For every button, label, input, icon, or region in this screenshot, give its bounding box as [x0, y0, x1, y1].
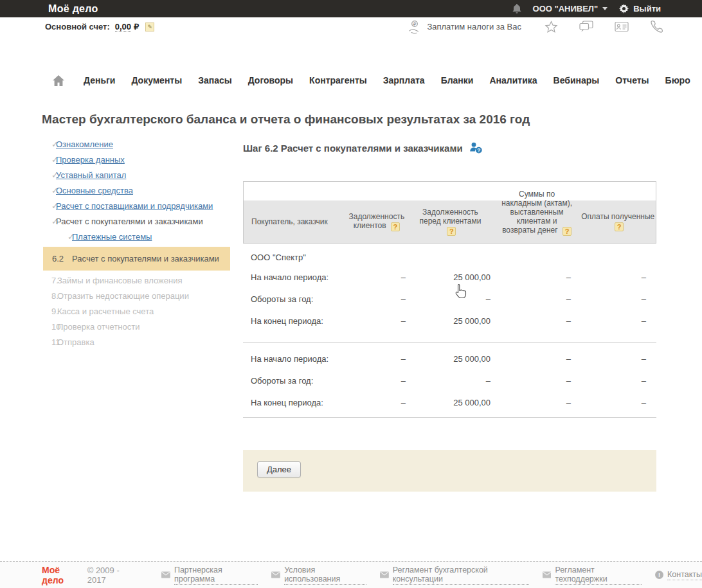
footer-links: Партнерская программа Условия использова… — [161, 566, 702, 585]
home-icon[interactable] — [53, 75, 64, 86]
step-customers: ✓ Расчет с покупателями и заказчиками — [42, 214, 230, 229]
chevron-down-icon — [602, 7, 608, 10]
pay-taxes-link[interactable]: ₽ Заплатим налоги за Вас — [408, 20, 521, 34]
logout-button[interactable]: Выйти — [619, 4, 661, 13]
main-navigation: Деньги Документы Запасы Договоры Контраг… — [0, 71, 702, 89]
support-policy-link[interactable]: Регламент техподдержки — [543, 566, 642, 585]
step-suppliers-link[interactable]: Расчет с поставщиками и подрядчиками — [56, 199, 213, 214]
help-icon[interactable]: ? — [562, 227, 572, 236]
cell-debt-to-clients: 25 000,00 — [407, 354, 494, 364]
cell-invoice-sums: – — [494, 398, 580, 407]
col-invoice-sums: Суммы по накладным (актам), выставленным… — [494, 182, 580, 243]
content: ✓ Ознакомление ✓ Проверка данных ✓ Устав… — [0, 137, 702, 492]
step-fixed-assets: ✓ Основные средства — [42, 183, 230, 199]
chat-icon[interactable] — [579, 21, 593, 33]
svg-text:?: ? — [477, 147, 480, 154]
app-logo: Моё дело — [48, 3, 98, 15]
step-payment-systems-link[interactable]: Платежные системы — [72, 229, 152, 245]
step-number: 6.2 — [52, 251, 64, 266]
cell-payments: – — [580, 272, 656, 282]
cell-payments: – — [580, 354, 656, 364]
nav-analytics[interactable]: Аналитика — [489, 75, 537, 85]
copyright: © 2009 - 2017 — [87, 566, 137, 585]
step-current-label: Расчет с покупателями и заказчиками — [72, 254, 219, 263]
step-number: 9. — [42, 304, 57, 319]
cell-client-debt: – — [346, 294, 407, 304]
step-missing-ops: 8. Отразить недостающие операции — [42, 289, 230, 304]
notifications-bell-icon[interactable] — [512, 4, 521, 14]
help-icon[interactable]: ? — [615, 222, 624, 231]
nav-salary[interactable]: Зарплата — [383, 75, 425, 85]
step-cash-label: Касса и расчетные счета — [57, 304, 154, 319]
nav-money[interactable]: Деньги — [84, 75, 115, 85]
accounting-consult-link[interactable]: Регламент бухгалтерской консультации — [380, 566, 529, 585]
edit-balance-icon[interactable]: ✎ — [145, 22, 154, 31]
help-icon[interactable]: ? — [391, 222, 400, 231]
table-row: На конец периода: – 25 000,00 – – — [243, 391, 656, 413]
nav-bureau[interactable]: Бюро — [665, 75, 690, 85]
cell-payments: – — [580, 376, 656, 386]
cell-payments: – — [580, 398, 656, 407]
next-button[interactable]: Далее — [257, 461, 301, 477]
table-row: На начало периода: – 25 000,00 – – — [243, 266, 656, 288]
partner-program-link[interactable]: Партнерская программа — [161, 566, 258, 585]
svg-text:₽: ₽ — [413, 22, 417, 26]
footer-logo: Моё дело — [42, 565, 82, 585]
step-data-check: ✓ Проверка данных — [42, 152, 230, 168]
step-customers-label: Расчет с покупателями и заказчиками — [56, 214, 203, 229]
support-policy-label: Регламент техподдержки — [555, 566, 642, 585]
step-intro-link[interactable]: Ознакомление — [56, 137, 113, 152]
cell-invoice-sums: – — [494, 316, 580, 326]
step-title: Шаг 6.2 Расчет с покупателями и заказчик… — [243, 143, 463, 154]
customers-table: Покупатель, заказчик Задолженность клиен… — [243, 181, 656, 418]
nav-contracts[interactable]: Договоры — [248, 75, 293, 85]
company-name-row: ООО "Спектр" — [243, 244, 656, 266]
col-client-debt: Задолженность клиентов ? — [346, 182, 407, 243]
check-icon: ✓ — [42, 214, 56, 229]
step-number: 11. — [42, 335, 57, 350]
col-debt-to-clients: Задолженность перед клиентами ? — [407, 182, 494, 243]
col-payments-received-label: Оплаты полученные — [581, 212, 654, 221]
nav-reports[interactable]: Отчеты — [615, 75, 649, 85]
cell-client-debt: – — [346, 272, 407, 282]
col-customer: Покупатель, заказчик — [244, 182, 346, 243]
help-icon[interactable]: ? — [447, 227, 456, 236]
step-report-check: 10. Проверка отчетности — [42, 319, 230, 335]
cell-invoice-sums: – — [494, 272, 580, 282]
phone-icon[interactable] — [650, 20, 663, 33]
row-label: На конец периода: — [243, 398, 346, 407]
col-invoice-sums-label: Суммы по накладным (актам), выставленным… — [501, 190, 572, 235]
terms-link[interactable]: Условия использования — [271, 566, 366, 585]
cell-invoice-sums: – — [494, 294, 580, 304]
contacts-label: Контакты — [667, 570, 702, 580]
svg-text:!: ! — [658, 572, 660, 578]
step-data-check-link[interactable]: Проверка данных — [56, 152, 125, 168]
company-selector[interactable]: ООО "АНИВЕЛ" — [533, 4, 608, 13]
check-icon: ✓ — [42, 168, 56, 183]
nav-counterparties[interactable]: Контрагенты — [309, 75, 367, 85]
table-row: На начало периода: – 25 000,00 – – — [243, 348, 656, 370]
step-number: 8. — [42, 289, 57, 304]
wizard-steps: ✓ Ознакомление ✓ Проверка данных ✓ Устав… — [42, 137, 230, 492]
step-current-6-2[interactable]: 6.2Расчет с покупателями и заказчиками — [43, 247, 230, 271]
step-loans-label: Займы и финансовые вложения — [57, 273, 182, 289]
consultant-help-icon[interactable]: ? — [469, 142, 483, 154]
step-capital: ✓ Уставный капитал — [42, 168, 230, 183]
step-fixed-assets-link[interactable]: Основные средства — [56, 183, 133, 199]
step-capital-link[interactable]: Уставный капитал — [56, 168, 126, 183]
cell-debt-to-clients: 25 000,00 — [407, 398, 494, 407]
nav-forms[interactable]: Бланки — [441, 75, 474, 85]
table-section-totals: На начало периода: – 25 000,00 – – Оборо… — [243, 342, 656, 418]
info-icon: ! — [655, 571, 663, 579]
step-number: 10. — [42, 319, 57, 335]
footer: Моё дело © 2009 - 2017 Партнерская прогр… — [0, 561, 702, 588]
nav-webinars[interactable]: Вебинары — [554, 75, 600, 85]
page: Моё дело ООО "АНИВЕЛ" Выйти Основной сче… — [0, 0, 702, 588]
contacts-link[interactable]: ! Контакты — [655, 570, 702, 580]
account-balance[interactable]: 0,00 — [115, 22, 131, 32]
contacts-card-icon[interactable] — [615, 21, 629, 32]
nav-inventory[interactable]: Запасы — [198, 75, 232, 85]
nav-documents[interactable]: Документы — [131, 75, 182, 85]
favorites-star-icon[interactable] — [544, 21, 558, 33]
pay-taxes-label: Заплатим налоги за Вас — [427, 22, 521, 31]
